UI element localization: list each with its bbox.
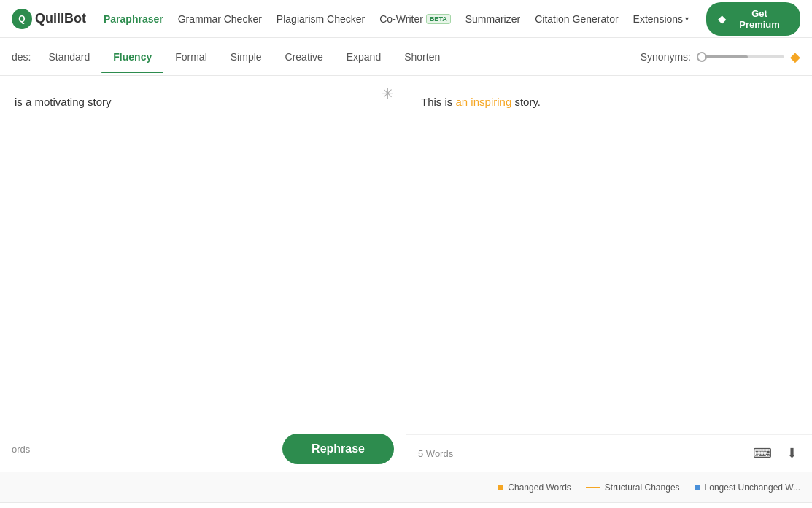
logo: Q QuillBot [12, 9, 86, 29]
synonyms-section: Synonyms: ◆ [641, 49, 800, 65]
snowflake-icon[interactable]: ✳ [382, 85, 394, 102]
editor-container: is a motivating story ✳ ords Rephrase Th… [0, 76, 812, 472]
longest-unchanged-dot [695, 485, 700, 490]
logo-text: QuillBot [35, 11, 86, 26]
nav-citation-generator[interactable]: Citation Generator [535, 13, 618, 25]
modes-label: des: [12, 51, 31, 63]
editor-bottom-bar: ords Rephrase [0, 426, 406, 472]
input-word-count: ords [12, 444, 30, 455]
changed-words-dot [498, 485, 503, 490]
download-icon-button[interactable]: ⬇ [784, 442, 800, 464]
tab-creative[interactable]: Creative [274, 41, 335, 73]
editor-right-panel: This is an inspiring story. 5 Words ⌨ ⬇ [406, 76, 812, 472]
output-changed-text: an inspiring [456, 96, 512, 108]
beta-badge: BETA [426, 14, 451, 24]
premium-diamond-icon: ◆ [790, 49, 800, 65]
synonyms-slider[interactable] [697, 55, 784, 58]
tab-expand[interactable]: Expand [335, 41, 393, 73]
nav-summarizer[interactable]: Summarizer [465, 13, 520, 25]
structural-changes-line [586, 487, 600, 488]
nav-links: Paraphraser Grammar Checker Plagiarism C… [104, 13, 689, 25]
right-icons: ⌨ ⬇ [750, 442, 800, 464]
synonyms-label: Synonyms: [641, 51, 691, 63]
longest-unchanged-label: Longest Unchanged W... [705, 482, 800, 493]
output-text-after: story. [511, 96, 541, 108]
editor-right-bottom-bar: 5 Words ⌨ ⬇ [406, 434, 812, 472]
nav-plagiarism-checker[interactable]: Plagiarism Checker [277, 13, 365, 25]
tab-simple[interactable]: Simple [219, 41, 274, 73]
tab-formal[interactable]: Formal [163, 41, 219, 73]
rephrase-button[interactable]: Rephrase [282, 434, 394, 464]
keyboard-icon-button[interactable]: ⌨ [750, 442, 775, 464]
nav-extensions[interactable]: Extensions ▾ [633, 13, 689, 25]
structural-changes-label: Structural Changes [605, 482, 680, 493]
legend-bar: Changed Words Structural Changes Longest… [0, 472, 812, 502]
nav-co-writer[interactable]: Co-Writer BETA [379, 13, 450, 25]
editor-output: This is an inspiring story. [406, 76, 812, 434]
chevron-down-icon: ▾ [685, 15, 689, 23]
nav-grammar-checker[interactable]: Grammar Checker [178, 13, 262, 25]
legend-longest-unchanged: Longest Unchanged W... [695, 482, 800, 493]
output-word-count: 5 Words [418, 448, 453, 459]
tab-standard[interactable]: Standard [36, 41, 101, 73]
input-textarea[interactable]: is a motivating story [0, 76, 406, 426]
expand-section: ⌄ [0, 502, 812, 508]
logo-icon: Q [12, 9, 32, 29]
output-text-before: This is [421, 96, 456, 108]
slider-thumb[interactable] [697, 52, 707, 62]
editor-left-panel: is a motivating story ✳ ords Rephrase [0, 76, 406, 472]
legend-structural-changes: Structural Changes [586, 482, 680, 493]
nav-paraphraser[interactable]: Paraphraser [104, 13, 163, 25]
tab-shorten[interactable]: Shorten [393, 41, 452, 73]
changed-words-label: Changed Words [508, 482, 571, 493]
navbar: Q QuillBot Paraphraser Grammar Checker P… [0, 0, 812, 38]
diamond-icon: ◆ [718, 13, 726, 25]
legend-changed-words: Changed Words [498, 482, 571, 493]
mode-tabs: Standard Fluency Formal Simple Creative … [36, 41, 628, 73]
modes-bar: des: Standard Fluency Formal Simple Crea… [0, 38, 812, 76]
get-premium-button[interactable]: ◆ Get Premium [706, 2, 800, 36]
tab-fluency[interactable]: Fluency [101, 41, 163, 73]
